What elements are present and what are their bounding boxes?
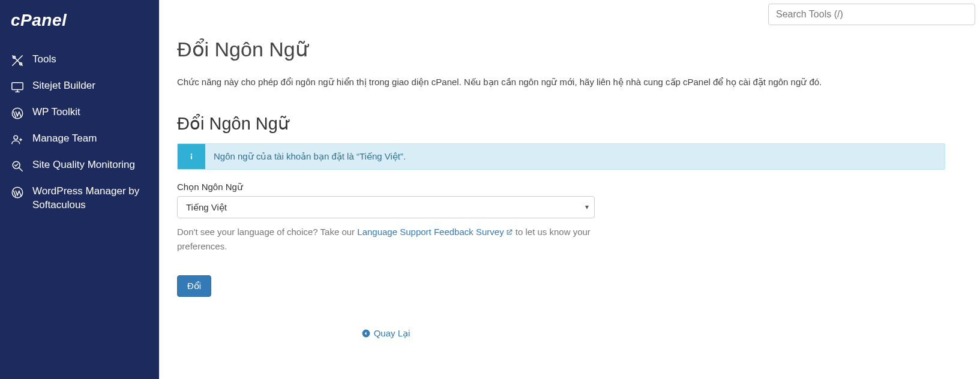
info-banner: Ngôn ngữ của tài khoản bạn đặt là “Tiếng… [177, 143, 945, 170]
back-link[interactable]: Quay Lại [362, 328, 410, 339]
sidebar-item-label: WP Toolkit [32, 106, 148, 119]
back-link-label: Quay Lại [374, 328, 410, 339]
page-description: Chức năng này cho phép đổi ngôn ngữ hiển… [177, 76, 945, 89]
svg-point-4 [14, 136, 17, 139]
help-text: Don't see your language of choice? Take … [177, 225, 595, 254]
sidebar-item-label: Manage Team [32, 132, 148, 146]
sidebar-item-sitejet[interactable]: Sitejet Builder [0, 73, 159, 100]
arrow-left-circle-icon [362, 329, 370, 338]
monitor-icon [11, 80, 24, 94]
language-select-wrap: Tiếng Việt ▾ [177, 196, 595, 218]
sidebar: cPanel Tools Sitejet Builder WP Toolkit [0, 0, 159, 379]
section-title: Đổi Ngôn Ngữ [177, 113, 945, 134]
sidebar-item-site-quality[interactable]: Site Quality Monitoring [0, 152, 159, 179]
svg-point-8 [191, 154, 192, 155]
magnify-check-icon [11, 160, 24, 173]
language-select-label: Chọn Ngôn Ngữ [177, 182, 945, 192]
brand-logo[interactable]: cPanel [0, 5, 159, 47]
external-link-icon [505, 227, 513, 240]
wordpress-icon [11, 186, 24, 199]
info-icon [178, 144, 205, 169]
sidebar-item-label: Site Quality Monitoring [32, 158, 148, 172]
sidebar-item-label: WordPress Manager by Softaculous [32, 185, 148, 212]
sidebar-item-label: Sitejet Builder [32, 79, 148, 93]
info-message: Ngôn ngữ của tài khoản bạn đặt là “Tiếng… [205, 144, 414, 169]
svg-rect-9 [191, 155, 192, 159]
tools-icon [11, 54, 24, 67]
sidebar-item-tools[interactable]: Tools [0, 47, 159, 73]
svg-rect-2 [12, 83, 23, 90]
page-title: Đổi Ngôn Ngữ [177, 37, 945, 61]
brand-text: cPanel [11, 11, 67, 29]
feedback-survey-link[interactable]: Language Support Feedback Survey [357, 227, 513, 237]
language-select[interactable]: Tiếng Việt [177, 196, 595, 218]
sidebar-item-wp-toolkit[interactable]: WP Toolkit [0, 100, 159, 126]
main-content: Đổi Ngôn Ngữ Chức năng này cho phép đổi … [159, 0, 980, 379]
help-text-before: Don't see your language of choice? Take … [177, 227, 357, 237]
sidebar-item-label: Tools [32, 53, 148, 67]
submit-button[interactable]: Đổi [177, 275, 211, 297]
topbar [159, 0, 980, 25]
sidebar-item-manage-team[interactable]: Manage Team [0, 126, 159, 152]
sidebar-item-wp-manager[interactable]: WordPress Manager by Softaculous [0, 179, 159, 218]
search-input[interactable] [768, 4, 975, 25]
team-icon [11, 133, 24, 146]
wordpress-icon [11, 107, 24, 120]
